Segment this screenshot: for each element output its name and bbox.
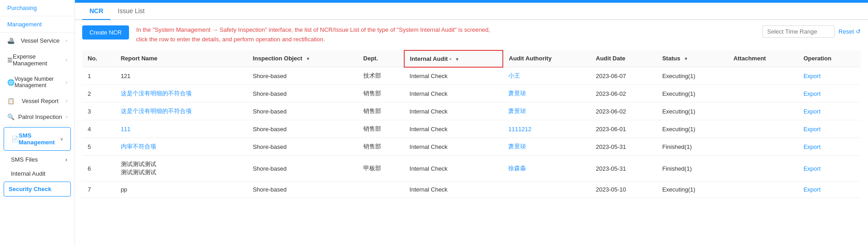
table-row[interactable]: 2 这是个没有明细的不符合项 Shore-based 销售部 Internal … xyxy=(82,85,861,103)
tab-ncr[interactable]: NCR xyxy=(82,3,110,20)
cell-inspection-object: Shore-based xyxy=(247,103,357,120)
cell-report-name: pp xyxy=(115,182,248,198)
cell-attachment xyxy=(728,103,798,120)
export-button[interactable]: Export xyxy=(804,73,821,79)
export-button[interactable]: Export xyxy=(804,108,821,115)
filter-icon[interactable]: ▼ xyxy=(455,57,459,62)
chevron-down-icon: ∨ xyxy=(60,137,63,142)
cell-attachment xyxy=(728,138,798,156)
export-button[interactable]: Export xyxy=(804,186,821,193)
sidebar-item-voyage-number-management[interactable]: 🌐 Voyage Number Management › xyxy=(0,71,74,93)
globe-icon: 🌐 xyxy=(7,79,15,86)
cell-report-name: 这是个没有明细的不符合项 xyxy=(115,103,248,120)
cell-status: Finished(1) xyxy=(657,138,728,156)
main-content: NCR Issue List Create NCR In the "System… xyxy=(75,0,868,246)
chevron-right-icon: › xyxy=(66,80,67,85)
sidebar-item-expense-management[interactable]: ☰ Expense Management › xyxy=(0,49,74,71)
sidebar-item-purchasing[interactable]: Purchasing xyxy=(0,0,74,16)
cell-no: 4 xyxy=(82,120,115,138)
cell-inspection-object: Shore-based xyxy=(247,120,357,138)
cell-audit-authority: 萧景琰 xyxy=(503,85,590,103)
cell-status: Executing(1) xyxy=(657,120,728,138)
cell-dept xyxy=(358,182,404,198)
cell-no: 3 xyxy=(82,103,115,120)
cell-attachment xyxy=(728,156,798,182)
table-row[interactable]: 1 121 Shore-based 技术部 Internal Check 小王 … xyxy=(82,67,861,85)
col-audit-authority: Audit Authority xyxy=(503,50,590,67)
cell-internal-audit: Internal Check xyxy=(404,103,503,120)
sidebar-item-patrol-inspection[interactable]: 🔍 Patrol Inspection › xyxy=(0,109,74,125)
cell-internal-audit: Internal Check xyxy=(404,156,503,182)
time-range-input[interactable] xyxy=(762,25,835,38)
cell-audit-date: 2023-05-31 xyxy=(590,156,657,182)
export-button[interactable]: Export xyxy=(804,126,821,133)
cell-attachment xyxy=(728,85,798,103)
col-operation: Operation xyxy=(798,50,861,67)
table-row[interactable]: 7 pp Shore-based Internal Check 2023-05-… xyxy=(82,182,861,198)
sidebar-item-vessel-report[interactable]: 📋 Vessel Report › xyxy=(0,93,74,109)
cell-status: Executing(1) xyxy=(657,103,728,120)
sidebar: Purchasing Management 🚢 Vessel Service ›… xyxy=(0,0,75,246)
reset-button[interactable]: Reset ↺ xyxy=(838,28,861,35)
cell-operation: Export xyxy=(798,156,861,182)
cell-operation: Export xyxy=(798,182,861,198)
export-button[interactable]: Export xyxy=(804,90,821,97)
col-status[interactable]: Status ▼ xyxy=(657,50,728,67)
table-row[interactable]: 4 111 Shore-based 销售部 Internal Check 111… xyxy=(82,120,861,138)
tab-issue-list[interactable]: Issue List xyxy=(110,3,152,20)
sidebar-sub-item-sms-files[interactable]: SMS Files › xyxy=(0,153,74,167)
sidebar-sub-item-internal-audit[interactable]: Internal Audit xyxy=(0,167,74,181)
cell-audit-authority: 萧景琰 xyxy=(503,103,590,120)
cell-status: Executing(1) xyxy=(657,85,728,103)
export-button[interactable]: Export xyxy=(804,165,821,172)
toolbar: Create NCR In the "System Management → S… xyxy=(75,20,868,50)
sidebar-item-management[interactable]: Management xyxy=(0,16,74,33)
cell-no: 6 xyxy=(82,156,115,182)
chevron-right-icon: › xyxy=(66,58,67,63)
cell-inspection-object: Shore-based xyxy=(247,182,357,198)
col-internal-audit[interactable]: Internal Audit - ▼ xyxy=(404,50,503,67)
cell-no: 2 xyxy=(82,85,115,103)
patrol-icon: 🔍 xyxy=(7,113,15,120)
col-inspection-object[interactable]: Inspection Object ▼ xyxy=(247,50,357,67)
cell-operation: Export xyxy=(798,138,861,156)
expense-icon: ☰ xyxy=(7,57,13,64)
table-row[interactable]: 6 测试测试测试测试测试测试 Shore-based 甲板部 Internal … xyxy=(82,156,861,182)
cell-dept: 销售部 xyxy=(358,85,404,103)
time-range-area: Reset ↺ xyxy=(762,25,861,38)
cell-dept: 技术部 xyxy=(358,67,404,85)
notice-text: In the "System Management → Safety Inspe… xyxy=(136,25,755,44)
cell-audit-date: 2023-05-31 xyxy=(590,138,657,156)
cell-dept: 销售部 xyxy=(358,103,404,120)
col-report-name: Report Name xyxy=(115,50,248,67)
cell-operation: Export xyxy=(798,120,861,138)
data-table-container: No. Report Name Inspection Object ▼ Dept… xyxy=(75,50,868,246)
export-button[interactable]: Export xyxy=(804,143,821,150)
cell-status: Executing(1) xyxy=(657,182,728,198)
cell-audit-authority: 徐森淼 xyxy=(503,156,590,182)
table-row[interactable]: 5 内审不符合项 Shore-based 销售部 Internal Check … xyxy=(82,138,861,156)
sidebar-item-sms-management[interactable]: 📄 SMS Management ∨ xyxy=(4,127,71,151)
cell-audit-authority: 1111212 xyxy=(503,120,590,138)
sidebar-sub-item-security-check[interactable]: Security Check xyxy=(4,182,71,197)
create-ncr-button[interactable]: Create NCR xyxy=(82,25,129,39)
refresh-icon: ↺ xyxy=(856,28,861,35)
filter-icon[interactable]: ▼ xyxy=(684,56,688,61)
cell-audit-date: 2023-06-02 xyxy=(590,103,657,120)
cell-audit-date: 2023-06-02 xyxy=(590,85,657,103)
sidebar-item-vessel-service[interactable]: 🚢 Vessel Service › xyxy=(0,33,74,49)
sms-icon: 📄 xyxy=(11,136,19,143)
filter-icon[interactable]: ▼ xyxy=(306,56,310,61)
cell-dept: 销售部 xyxy=(358,138,404,156)
cell-status: Finished(1) xyxy=(657,156,728,182)
cell-report-name: 121 xyxy=(115,67,248,85)
cell-report-name: 测试测试测试测试测试测试 xyxy=(115,156,248,182)
table-header-row: No. Report Name Inspection Object ▼ Dept… xyxy=(82,50,861,67)
table-row[interactable]: 3 这是个没有明细的不符合项 Shore-based 销售部 Internal … xyxy=(82,103,861,120)
cell-audit-authority xyxy=(503,182,590,198)
cell-report-name: 111 xyxy=(115,120,248,138)
col-attachment: Attachment xyxy=(728,50,798,67)
cell-internal-audit: Internal Check xyxy=(404,120,503,138)
cell-operation: Export xyxy=(798,85,861,103)
cell-inspection-object: Shore-based xyxy=(247,156,357,182)
